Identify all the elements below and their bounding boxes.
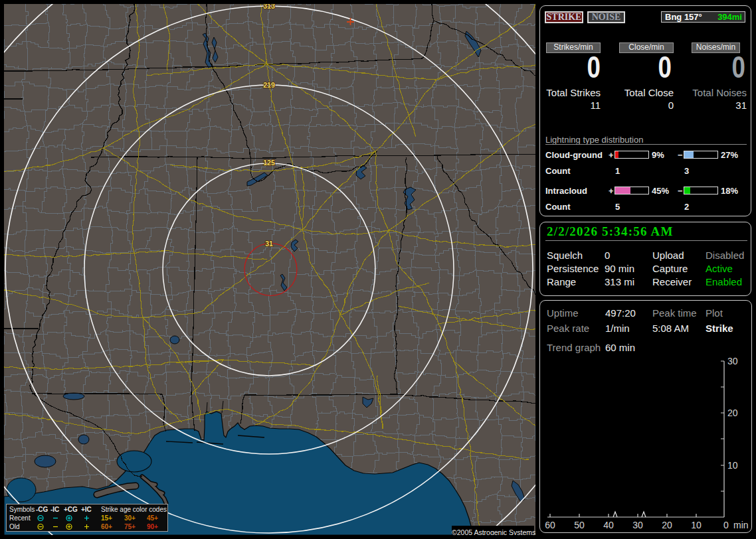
svg-text:125: 125 bbox=[263, 159, 275, 167]
svg-text:30: 30 bbox=[632, 520, 643, 530]
svg-text:313: 313 bbox=[263, 4, 275, 10]
svg-text:0: 0 bbox=[723, 520, 729, 530]
svg-text:31: 31 bbox=[265, 240, 273, 248]
svg-text:20: 20 bbox=[727, 408, 738, 418]
svg-text:10: 10 bbox=[727, 460, 738, 471]
svg-text:219: 219 bbox=[263, 81, 275, 89]
svg-text:40: 40 bbox=[603, 520, 614, 530]
svg-text:50: 50 bbox=[574, 520, 585, 530]
svg-text:60: 60 bbox=[545, 520, 555, 530]
svg-text:10: 10 bbox=[691, 520, 702, 530]
svg-text:30: 30 bbox=[727, 356, 738, 366]
svg-text:min: min bbox=[733, 520, 749, 530]
svg-text:20: 20 bbox=[662, 520, 672, 530]
